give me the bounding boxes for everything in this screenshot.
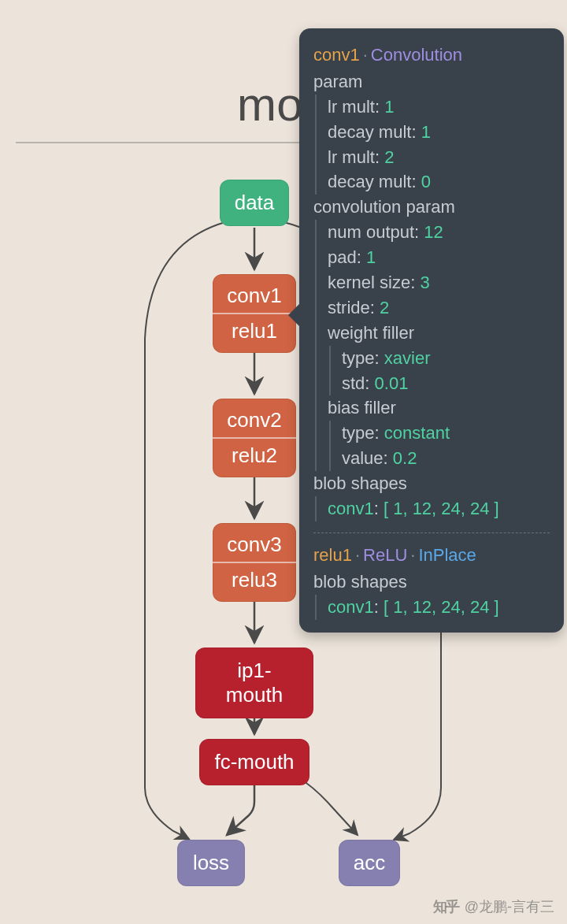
node-loss-label: loss	[193, 851, 229, 874]
blob2-name: conv1	[328, 597, 374, 617]
watermark: 知乎@龙鹏-言有三	[433, 897, 554, 916]
node-ip1[interactable]: ip1-mouth	[195, 648, 313, 718]
tooltip-head-2: relu1·ReLU·InPlace	[313, 543, 550, 568]
section-blob1: blob shapes	[313, 471, 550, 496]
cp2v: 3	[420, 273, 429, 292]
p2v: 2	[384, 147, 394, 167]
cp1v: 1	[366, 247, 376, 267]
tooltip-divider	[313, 533, 550, 533]
node-acc-label: acc	[354, 851, 385, 874]
layer2-name: relu1	[313, 545, 352, 565]
wf0v: xavier	[384, 348, 431, 368]
section-bf: bias filler	[328, 395, 550, 421]
p1k: decay mult	[328, 122, 411, 142]
node-conv3-top: conv3	[213, 533, 296, 562]
cp0v: 12	[424, 222, 443, 242]
cp0k: num output	[328, 222, 414, 242]
zhihu-icon: 知乎	[433, 897, 458, 916]
node-conv3[interactable]: conv3 relu3	[213, 523, 296, 602]
blob1-shape: [ 1, 12, 24, 24 ]	[384, 499, 499, 518]
watermark-text: @龙鹏-言有三	[465, 899, 554, 915]
node-fc[interactable]: fc-mouth	[199, 739, 309, 785]
bf0v: constant	[384, 423, 450, 443]
node-data-label: data	[235, 191, 275, 214]
wf0k: type	[342, 348, 375, 368]
p1v: 1	[421, 122, 431, 142]
node-conv2[interactable]: conv2 relu2	[213, 399, 296, 477]
node-conv2-bot: relu2	[213, 437, 296, 468]
section-wf: weight filler	[328, 321, 550, 346]
section-param: param	[313, 69, 550, 95]
cp3v: 2	[380, 298, 389, 317]
p0v: 1	[384, 97, 394, 117]
tooltip-panel: conv1·Convolution param lr mult: 1 decay…	[299, 28, 564, 633]
bf1v: 0.2	[393, 448, 417, 468]
layer1-type: Convolution	[371, 45, 462, 65]
p0k: lr mult	[328, 97, 375, 117]
node-loss[interactable]: loss	[177, 840, 245, 886]
blob2-shape: [ 1, 12, 24, 24 ]	[384, 597, 499, 617]
cp2k: kernel size	[328, 273, 410, 292]
p3v: 0	[421, 172, 431, 191]
p2k: lr mult	[328, 147, 375, 167]
node-acc[interactable]: acc	[339, 840, 400, 886]
section-convparam: convolution param	[313, 195, 550, 220]
tooltip-pointer-icon	[288, 304, 299, 326]
node-conv1[interactable]: conv1 relu1	[213, 274, 296, 353]
node-conv2-top: conv2	[213, 408, 296, 437]
wf1v: 0.01	[375, 373, 409, 393]
node-conv1-top: conv1	[213, 284, 296, 313]
node-conv3-bot: relu3	[213, 562, 296, 592]
node-ip1-label: ip1-mouth	[226, 659, 283, 707]
node-fc-label: fc-mouth	[214, 750, 294, 774]
bf1k: value	[342, 448, 384, 468]
node-data[interactable]: data	[220, 180, 289, 226]
wf1k: std	[342, 373, 365, 393]
cp1k: pad	[328, 247, 357, 267]
tooltip-head-1: conv1·Convolution	[313, 43, 550, 68]
cp3k: stride	[328, 298, 370, 317]
layer2-type: ReLU	[363, 545, 407, 565]
section-blob2: blob shapes	[313, 570, 550, 595]
blob1-name: conv1	[328, 499, 374, 518]
node-conv1-bot: relu1	[213, 313, 296, 343]
bf0k: type	[342, 423, 375, 443]
p3k: decay mult	[328, 172, 411, 191]
layer2-extra: InPlace	[418, 545, 476, 565]
layer1-name: conv1	[313, 45, 360, 65]
